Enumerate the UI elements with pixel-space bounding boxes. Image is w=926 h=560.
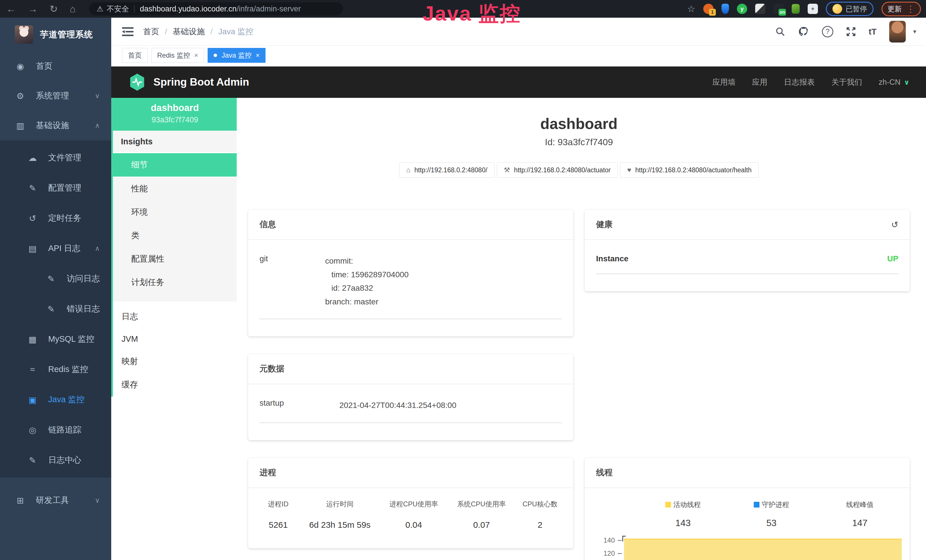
extension-grid-icon[interactable] (755, 4, 766, 14)
sba-item-mappings[interactable]: 映射 (113, 350, 237, 373)
browser-menu-icon[interactable]: ⋮ (906, 4, 915, 14)
font-size-icon[interactable]: tT (869, 27, 877, 36)
gear-icon: ⚙ (15, 91, 26, 101)
sidebar-item-config-manage[interactable]: ✎ 配置管理 (0, 173, 111, 203)
fullscreen-icon[interactable] (846, 27, 856, 37)
sba-brand[interactable]: Spring Boot Admin (129, 73, 249, 91)
service-url-button[interactable]: ⌂http://192.168.0.2:48080/ (399, 162, 495, 178)
info-card-title: 信息 (260, 219, 276, 230)
instance-hero: dashboard Id: 93a3fc7f7409 (248, 115, 910, 147)
sba-item-metrics[interactable]: 性能 (113, 177, 237, 201)
metadata-card-title: 元数据 (260, 363, 284, 375)
extension-pin-icon[interactable] (722, 4, 729, 14)
uptime-value: 6d 23h 15m 59s (300, 520, 380, 533)
profile-paused-pill[interactable]: 已暂停 (826, 2, 873, 16)
breadcrumb-infra[interactable]: 基础设施 (173, 26, 205, 37)
ytick-140: 140 (590, 536, 615, 544)
browser-forward-icon[interactable]: → (28, 3, 38, 15)
legend-blue-swatch (754, 502, 760, 507)
search-icon[interactable] (775, 27, 785, 37)
tab-java-monitor[interactable]: Java 监控× (207, 48, 265, 63)
sidebar-item-trace[interactable]: ◎ 链路追踪 (0, 415, 111, 445)
browser-reload-icon[interactable]: ↻ (50, 3, 58, 15)
sba-brand-label: Spring Boot Admin (153, 76, 249, 88)
sba-item-classes[interactable]: 类 (113, 224, 237, 247)
sba-locale-select[interactable]: zh-CN∨ (879, 78, 909, 87)
sidebar-item-system[interactable]: ⚙ 系统管理 ∨ (0, 81, 111, 111)
legend-label: 活动线程 (673, 500, 701, 509)
sba-item-details[interactable]: 细节 (113, 153, 237, 177)
hamburger-icon[interactable] (122, 27, 133, 36)
extension-y-icon[interactable]: y (737, 4, 747, 14)
sidebar-item-mysql-monitor[interactable]: ▦ MySQL 监控 (0, 324, 111, 354)
sidebar-item-access-log[interactable]: ✎ 访问日志 (0, 263, 111, 294)
process-value-row: 5261 6d 23h 15m 59s 0.04 0.07 2 (257, 520, 565, 533)
help-icon[interactable]: ? (822, 26, 833, 37)
sidebar-item-error-log[interactable]: ✎ 错误日志 (0, 294, 111, 324)
home-icon: ⌂ (406, 166, 411, 174)
close-icon[interactable]: × (194, 51, 198, 59)
sba-nav-wallboard[interactable]: 应用墙 (713, 77, 735, 87)
extension-leaf-icon[interactable] (792, 4, 800, 14)
bookmark-star-icon[interactable]: ☆ (687, 3, 695, 14)
security-label[interactable]: 不安全 (107, 4, 129, 14)
health-url-button[interactable]: ♥http://192.168.0.2:48080/actuator/healt… (620, 162, 759, 178)
sba-item-caches[interactable]: 缓存 (113, 373, 237, 397)
sidebar-item-label: 文件管理 (48, 152, 81, 163)
sidebar-item-label: 基础设施 (36, 120, 69, 131)
extension-list-icon[interactable]: on (773, 4, 784, 14)
sidebar-item-redis-monitor[interactable]: ≈ Redis 监控 (0, 354, 111, 384)
sba-sidebar-lower: 日志 JVM 映射 缓存 (113, 301, 237, 397)
actuator-url-button[interactable]: ⚒http://192.168.0.2:48080/actuator (497, 162, 618, 178)
sidebar-item-home[interactable]: ◉ 首页 (0, 51, 111, 81)
breadcrumb-home[interactable]: 首页 (143, 26, 159, 37)
close-icon[interactable]: × (256, 51, 260, 59)
user-avatar[interactable] (889, 21, 906, 42)
extension-refresh-icon[interactable]: 1 (703, 4, 714, 14)
sidebar-item-label: Java 监控 (48, 394, 85, 406)
toolbox-icon: ⊞ (15, 495, 26, 506)
instance-header[interactable]: dashboard 93a3fc7f7409 (113, 98, 237, 131)
sba-nav-applications[interactable]: 应用 (752, 77, 767, 87)
spring-boot-logo-icon (129, 73, 145, 91)
sba-item-scheduled-tasks[interactable]: 计划任务 (113, 271, 237, 294)
avatar-caret-icon[interactable]: ▾ (913, 28, 916, 35)
sidebar-item-dev-tools[interactable]: ⊞ 研发工具 ∨ (0, 486, 111, 515)
ytick-120: 120 (590, 549, 615, 557)
sidebar-item-api-log[interactable]: ▤ API 日志 ∧ (0, 233, 111, 263)
browser-back-icon[interactable]: ← (6, 3, 16, 15)
sba-body: dashboard 93a3fc7f7409 Insights 细节 性能 环境… (111, 98, 926, 560)
sidebar-item-label: 定时任务 (48, 212, 81, 224)
sba-item-config-props[interactable]: 配置属性 (113, 247, 237, 271)
tab-home[interactable]: 首页 (122, 48, 148, 63)
tab-redis-monitor[interactable]: Redis 监控× (151, 48, 204, 63)
sba-item-environment[interactable]: 环境 (113, 201, 237, 224)
sidebar-item-label: API 日志 (48, 243, 80, 254)
sba-nav-journal[interactable]: 日志报表 (784, 77, 815, 87)
sidebar-item-file-manage[interactable]: ☁ 文件管理 (0, 143, 111, 173)
dashboard-icon: ◉ (15, 61, 26, 71)
extension-puzzle-icon[interactable]: ✦ (808, 4, 818, 14)
github-icon[interactable] (798, 26, 809, 37)
sidebar-item-scheduled-job[interactable]: ↺ 定时任务 (0, 203, 111, 233)
process-cpu-value: 0.04 (380, 520, 448, 533)
history-icon[interactable]: ↺ (891, 219, 898, 230)
extension-badge: 1 (709, 9, 716, 16)
tags-bar: 首页 Redis 监控× Java 监控× (111, 45, 926, 67)
sba-item-logs[interactable]: 日志 (113, 305, 237, 328)
instance-links: ⌂http://192.168.0.2:48080/ ⚒http://192.1… (248, 162, 910, 178)
browser-home-icon[interactable]: ⌂ (70, 3, 76, 15)
url-host: dashboard.yudao.iocoder.cn (140, 5, 236, 14)
browser-update-button[interactable]: 更新 ⋮ (882, 2, 921, 16)
sba-nav-about[interactable]: 关于我们 (831, 77, 862, 87)
sidebar-item-log-center[interactable]: ✎ 日志中心 (0, 445, 111, 475)
sba-item-jvm[interactable]: JVM (113, 328, 237, 350)
chart-axis (622, 536, 626, 537)
app-logo-row[interactable]: 芋道管理系统 (0, 18, 111, 51)
address-bar[interactable]: ⚠ 不安全 dashboard.yudao.iocoder.cn/infra/a… (89, 2, 343, 15)
git-branch: branch: master (325, 295, 562, 309)
sidebar-item-infra[interactable]: ▥ 基础设施 ∧ (0, 111, 111, 140)
sidebar-item-label: 日志中心 (48, 454, 81, 466)
security-warning-icon[interactable]: ⚠ (97, 5, 103, 14)
sidebar-item-java-monitor[interactable]: ▣ Java 监控 (0, 384, 111, 415)
